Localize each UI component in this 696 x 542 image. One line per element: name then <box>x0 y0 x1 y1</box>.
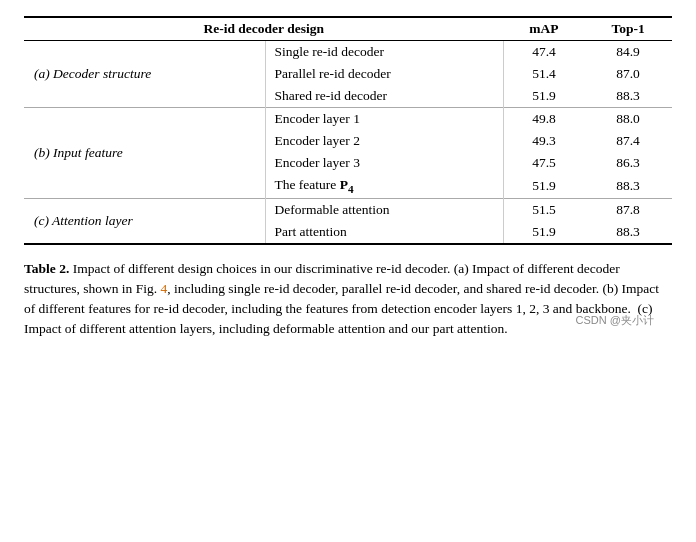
design-cell: Deformable attention <box>266 198 503 221</box>
table-header-row: Re-id decoder design mAP Top-1 <box>24 17 672 41</box>
design-cell: Part attention <box>266 221 503 244</box>
section-label: (b) Input feature <box>24 108 266 199</box>
map-cell: 47.5 <box>503 152 584 174</box>
top1-cell: 87.8 <box>584 198 672 221</box>
map-cell: 51.4 <box>503 63 584 85</box>
design-cell: Shared re-id decoder <box>266 85 503 108</box>
watermark: CSDN @夹小计 <box>576 313 654 328</box>
top1-cell: 87.0 <box>584 63 672 85</box>
map-cell: 51.5 <box>503 198 584 221</box>
design-cell: Single re-id decoder <box>266 41 503 64</box>
table-container: Re-id decoder design mAP Top-1 (a) Decod… <box>24 16 672 245</box>
design-cell: Encoder layer 1 <box>266 108 503 131</box>
top1-cell: 88.3 <box>584 174 672 198</box>
map-cell: 51.9 <box>503 85 584 108</box>
section-label: (a) Decoder structure <box>24 41 266 108</box>
map-cell: 47.4 <box>503 41 584 64</box>
top1-cell: 88.3 <box>584 85 672 108</box>
header-label-col: Re-id decoder design <box>24 17 503 41</box>
header-top1-col: Top-1 <box>584 17 672 41</box>
design-cell: The feature P4 <box>266 174 503 198</box>
map-cell: 49.8 <box>503 108 584 131</box>
table-row: (c) Attention layerDeformable attention5… <box>24 198 672 221</box>
design-cell: Encoder layer 2 <box>266 130 503 152</box>
top1-cell: 88.3 <box>584 221 672 244</box>
map-cell: 51.9 <box>503 221 584 244</box>
caption-label: Table 2. <box>24 261 69 276</box>
table-row: (a) Decoder structureSingle re-id decode… <box>24 41 672 64</box>
map-cell: 49.3 <box>503 130 584 152</box>
top1-cell: 87.4 <box>584 130 672 152</box>
header-map-col: mAP <box>503 17 584 41</box>
table-row: (b) Input featureEncoder layer 149.888.0 <box>24 108 672 131</box>
design-cell: Encoder layer 3 <box>266 152 503 174</box>
top1-cell: 88.0 <box>584 108 672 131</box>
results-table: Re-id decoder design mAP Top-1 (a) Decod… <box>24 16 672 245</box>
page-container: Re-id decoder design mAP Top-1 (a) Decod… <box>24 16 672 340</box>
top1-cell: 84.9 <box>584 41 672 64</box>
top1-cell: 86.3 <box>584 152 672 174</box>
section-label: (c) Attention layer <box>24 198 266 244</box>
map-cell: 51.9 <box>503 174 584 198</box>
design-cell: Parallel re-id decoder <box>266 63 503 85</box>
